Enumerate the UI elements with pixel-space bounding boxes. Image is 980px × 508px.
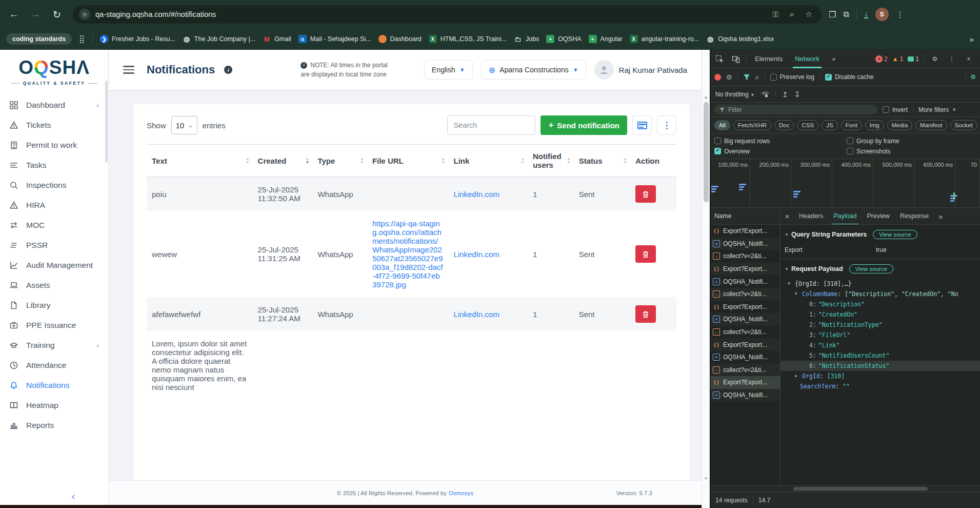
chip-js[interactable]: JS — [822, 120, 837, 130]
tree-item[interactable]: 5:"NotifiedUsersCount" — [781, 350, 980, 361]
request-row[interactable]: collect?v=2&ti... — [710, 288, 780, 301]
scrollbar-thumb[interactable] — [793, 487, 928, 491]
tree-item[interactable]: 4:"Link" — [781, 340, 980, 350]
export-har-icon[interactable]: ↧ — [794, 90, 801, 99]
chip-manifest[interactable]: Manifest — [915, 120, 947, 130]
page-scrollbar[interactable]: ▲ ▼ — [702, 50, 710, 508]
sort-icons[interactable]: ▲▼ — [360, 157, 364, 164]
request-row[interactable]: collect?v=2&ti... — [710, 326, 780, 339]
throttling-dropdown[interactable]: No throttling ▼ — [715, 91, 755, 98]
delete-button[interactable] — [635, 245, 656, 263]
sidebar-item-tasks[interactable]: Tasks — [0, 155, 108, 175]
sidebar-item-training[interactable]: Training‹ — [0, 335, 108, 355]
bookmark-item[interactable]: MGmail — [263, 35, 291, 43]
bookmark-item[interactable]: Xangular-training-ro... — [630, 35, 699, 43]
group-by-frame-checkbox[interactable]: Group by frame — [847, 138, 976, 145]
chip-socket[interactable]: Socket — [950, 120, 977, 130]
scroll-up-icon[interactable]: ▲ — [704, 95, 708, 100]
record-icon[interactable] — [714, 74, 721, 81]
sidebar-item-reports[interactable]: Reports — [0, 415, 108, 435]
request-row-selected[interactable]: Export?Export... — [710, 376, 780, 389]
request-row[interactable]: collect?v=2&ti... — [710, 250, 780, 263]
preserve-log-checkbox[interactable]: Preserve log — [770, 73, 814, 81]
profile-avatar[interactable]: S — [875, 8, 889, 21]
tree-columnname[interactable]: ▼ColumnName: ["Description", "CreatedOn"… — [781, 289, 980, 299]
tab-payload[interactable]: Payload — [828, 208, 862, 224]
file-url-link[interactable]: https://api-qa-staging.oqsha.com//attach… — [372, 219, 443, 289]
tree-item[interactable]: 0:"Description" — [781, 299, 980, 309]
link-cell[interactable]: LinkedIn.com — [453, 250, 499, 259]
tab-network[interactable]: Network — [791, 50, 824, 68]
downloads-icon[interactable]: ↓ — [864, 10, 868, 18]
col-type[interactable]: Type▲▼ — [312, 145, 367, 177]
tree-item[interactable]: 3:"FileUrl" — [781, 330, 980, 340]
network-conditions-gear-icon[interactable]: ⚙ — [970, 73, 976, 81]
col-status[interactable]: Status▲▼ — [574, 145, 631, 177]
sidebar-scrollbar[interactable] — [105, 81, 108, 163]
language-dropdown[interactable]: English▼ — [424, 60, 473, 80]
tree-root[interactable]: ▼{OrgId: [310],…} — [781, 279, 980, 289]
query-string-section-title[interactable]: ▼Query String Parameters — [785, 231, 867, 238]
chip-fetch-xhr[interactable]: Fetch/XHR — [733, 120, 771, 130]
request-payload-section-title[interactable]: ▼Request Payload — [785, 265, 843, 272]
overview-checkbox[interactable]: Overview — [714, 148, 844, 155]
sidebar-item-permit-to-work[interactable]: Permit to work — [0, 135, 108, 155]
forward-icon[interactable]: → — [27, 6, 44, 23]
tree-item-selected[interactable]: 6:"NotificationStatus" — [781, 361, 980, 371]
user-menu[interactable]: Raj Kumar Pativada — [594, 60, 687, 80]
request-row[interactable]: OQSHA_Notifi... — [710, 313, 780, 326]
sort-icons[interactable]: ▲▼ — [567, 157, 571, 164]
more-tabs-icon[interactable]: » — [828, 53, 840, 65]
link-cell[interactable]: LinkedIn.com — [453, 310, 499, 319]
back-icon[interactable]: ← — [5, 6, 23, 23]
network-conditions-icon[interactable] — [761, 91, 769, 97]
tab-response[interactable]: Response — [895, 208, 934, 224]
col-file-url[interactable]: File URL▲▼ — [367, 145, 449, 177]
invert-checkbox[interactable]: Invert — [883, 106, 908, 113]
tab-headers[interactable]: Headers — [794, 208, 828, 224]
sidebar-item-hira[interactable]: HIRA — [0, 195, 108, 215]
request-row[interactable]: OQSHA_Notifi... — [710, 275, 780, 288]
close-panel-icon[interactable]: × — [781, 212, 794, 221]
sidebar-item-moc[interactable]: MOC — [0, 215, 108, 235]
col-created[interactable]: Created▲▼ — [253, 145, 313, 177]
sidebar-item-dashboard[interactable]: Dashboard‹ — [0, 95, 108, 115]
chip-css[interactable]: CSS — [797, 120, 818, 130]
tree-orgid[interactable]: ▶OrgId: [310] — [781, 371, 980, 381]
chip-font[interactable]: Font — [841, 120, 862, 130]
bookmark-item[interactable]: 🗀Jobs — [514, 35, 539, 43]
filter-funnel-icon[interactable] — [743, 74, 750, 81]
sort-icons[interactable]: ▲▼ — [521, 157, 525, 164]
screenshots-checkbox[interactable]: Screenshots — [847, 148, 976, 155]
page-size-select[interactable]: 10⌄ — [171, 116, 197, 134]
request-row[interactable]: Export?Export... — [710, 338, 780, 351]
bookmark-item[interactable]: ◍The Job Company |... — [183, 35, 255, 43]
more-options-button[interactable]: ⋮ — [657, 115, 676, 135]
chip-img[interactable]: Img — [865, 120, 884, 130]
delete-button[interactable] — [635, 185, 656, 203]
network-overview-timeline[interactable]: 100,000 ms 200,000 ms 300,000 ms 400,000… — [710, 159, 980, 208]
devtools-kebab-icon[interactable]: ⋮ — [946, 53, 958, 65]
key-icon[interactable]: ⚿ — [770, 10, 782, 19]
link-cell[interactable]: LinkedIn.com — [453, 190, 499, 199]
big-request-rows-checkbox[interactable]: Big request rows — [714, 138, 844, 145]
tree-item[interactable]: 1:"CreatedOn" — [781, 309, 980, 320]
clear-icon[interactable]: ⊘ — [726, 73, 732, 81]
request-row[interactable]: Export?Export... — [710, 225, 780, 238]
import-har-icon[interactable]: ↥ — [782, 90, 788, 99]
close-devtools-icon[interactable]: × — [963, 53, 975, 65]
sidebar-item-inspections[interactable]: Inspections — [0, 175, 108, 195]
sidebar-item-ppe-issuance[interactable]: PPE Issuance — [0, 315, 108, 335]
more-filters-dropdown[interactable]: More filters▼ — [918, 106, 956, 113]
col-notified-users[interactable]: Notified users▲▼ — [528, 145, 574, 177]
bookmark-item[interactable]: +Angular — [589, 35, 623, 43]
tree-searchterm[interactable]: SearchTerm: "" — [781, 381, 980, 392]
view-source-button[interactable]: View source — [849, 264, 893, 273]
sidebar-item-tickets[interactable]: Tickets — [0, 115, 108, 135]
sidebar-item-assets[interactable]: Assets — [0, 275, 108, 295]
tab-search-icon[interactable]: ❐ — [829, 10, 836, 19]
menu-kebab-icon[interactable]: ⋮ — [896, 10, 904, 19]
sidebar-item-pssr[interactable]: PSSR — [0, 235, 108, 255]
network-filter-input[interactable]: Filter — [714, 105, 877, 114]
bookmark-item[interactable]: oMail - Sehajdeep Si... — [298, 35, 371, 43]
